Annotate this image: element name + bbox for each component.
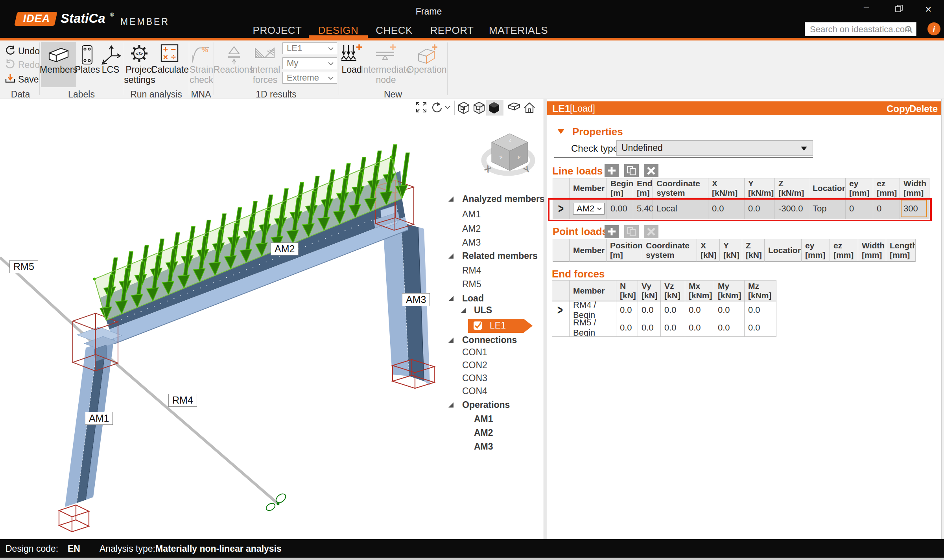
tab-report[interactable]: REPORT [430, 24, 474, 37]
group-1d-results: 1D results [256, 89, 297, 100]
checkbox-checked[interactable] [474, 321, 482, 330]
table-row[interactable]: >RM4 / Begin0.00.00.00.00.00.0 [552, 301, 776, 319]
calculate-icon[interactable]: +−×÷ [160, 44, 179, 62]
extreme-dropdown[interactable]: Extreme [282, 72, 337, 84]
orientation-cube[interactable]: x y z X Y [483, 134, 533, 175]
member-rm4-line[interactable] [108, 357, 278, 504]
clip-view-icon[interactable] [507, 101, 521, 113]
tree-item-rm4[interactable]: RM4 [462, 265, 481, 277]
tree-collapse-icon[interactable] [448, 338, 454, 343]
tree-item-rm5[interactable]: RM5 [462, 279, 481, 291]
tree-collapse-icon[interactable] [448, 402, 454, 408]
copy-button[interactable]: Copy [887, 103, 910, 114]
minimize-button[interactable]: – [864, 1, 869, 12]
delete-button[interactable]: Delete [909, 103, 938, 114]
line-loads-title: Line loads [552, 165, 603, 177]
table-row[interactable]: RM5 / Begin0.00.00.00.00.00.0 [552, 319, 776, 337]
tab-materials[interactable]: MATERIALS [489, 24, 548, 37]
panel-scrollbar[interactable] [941, 99, 944, 539]
tab-design[interactable]: DESIGN [318, 24, 359, 37]
table-cell: RM4 / Begin [570, 301, 616, 319]
tree-item-related-members[interactable]: Related members [462, 251, 538, 263]
svg-text:</>: </> [136, 51, 143, 57]
scene-3d: x y z X Y [0, 99, 544, 539]
restore-button[interactable] [895, 5, 903, 13]
properties-collapse-icon[interactable] [557, 129, 564, 134]
info-button[interactable]: i [927, 22, 940, 35]
tree-item-am3[interactable]: AM3 [474, 441, 493, 453]
tree-item-con2[interactable]: CON2 [462, 360, 487, 372]
point-loads-table: MemberPosition[m]CoordinatesystemX[kN]Y[… [553, 239, 916, 262]
check-type-dropdown[interactable]: Undefined [616, 140, 813, 156]
analysis-type-label: Analysis type: [100, 543, 155, 554]
tree-item-am1[interactable]: AM1 [462, 209, 481, 221]
column-header: Vz[kN] [661, 280, 685, 301]
column-header: Location [809, 178, 846, 198]
project-settings-icon[interactable]: </> [130, 44, 149, 63]
close-button[interactable]: × [925, 3, 931, 16]
column-header: Y[kN/m] [745, 178, 775, 198]
view-solid-icon[interactable] [488, 101, 500, 115]
idea-logo-text: IDEA [20, 13, 53, 25]
tree-item-con3[interactable]: CON3 [462, 373, 487, 385]
tree-item-uls[interactable]: ULS [474, 305, 492, 317]
line-loads-delete-button[interactable] [644, 164, 658, 177]
tab-check[interactable]: CHECK [376, 24, 413, 37]
tree-collapse-icon[interactable] [448, 253, 454, 259]
tree-item-operations[interactable]: Operations [462, 400, 510, 411]
calculate-label[interactable]: Calculate [151, 64, 189, 75]
tree-collapse-icon[interactable] [461, 308, 466, 313]
tree-item-con4[interactable]: CON4 [462, 386, 487, 398]
group-mna: MNA [191, 89, 211, 100]
tree-item-load[interactable]: Load [462, 293, 484, 305]
design-code-value: EN [68, 543, 80, 554]
tree-item-connections[interactable]: Connections [462, 335, 517, 347]
lcs-icon[interactable] [100, 44, 122, 65]
taskbar-strip [0, 558, 944, 560]
tree-collapse-icon[interactable] [448, 196, 454, 202]
product-name: MEMBER [120, 17, 170, 27]
row-expander[interactable]: > [557, 302, 563, 318]
save-icon[interactable] [5, 73, 16, 84]
group-data: Data [11, 89, 30, 100]
window-title: Frame [393, 6, 464, 17]
column-header: Vy[kN] [638, 280, 661, 301]
view-wireframe-icon[interactable] [457, 101, 470, 115]
line-loads-add-button[interactable] [605, 164, 619, 177]
load-case-dropdown[interactable]: LE1 [282, 42, 337, 54]
zoom-extents-icon[interactable] [415, 101, 427, 113]
load-icon[interactable] [341, 44, 363, 65]
line-loads-copy-button[interactable] [624, 164, 639, 177]
view-shaded-icon[interactable] [473, 101, 485, 115]
tree-item-con1[interactable]: CON1 [462, 347, 487, 359]
tree-item-le1-selected[interactable]: LE1 [468, 319, 533, 333]
home-view-icon[interactable] [523, 101, 536, 114]
rotate-view-icon[interactable] [430, 101, 443, 114]
members-icon [48, 46, 70, 64]
undo-icon[interactable] [5, 45, 16, 56]
project-settings-label[interactable]: Project settings [124, 64, 155, 85]
tree-item-am2[interactable]: AM2 [474, 428, 493, 439]
tree-collapse-icon[interactable] [448, 296, 454, 301]
tree-item-am2[interactable]: AM2 [462, 224, 481, 235]
group-run-analysis: Run analysis [130, 89, 182, 100]
tree-item-analyzed-members[interactable]: Analyzed members [462, 194, 545, 206]
result-component-dropdown[interactable]: My [282, 57, 337, 69]
save-button[interactable]: Save [18, 74, 39, 85]
column-header: Location [765, 239, 802, 262]
rotate-dropdown-icon[interactable] [444, 105, 451, 109]
tab-project[interactable]: PROJECT [253, 24, 302, 37]
column-header: Position[m] [607, 239, 642, 262]
viewport-3d[interactable]: x y z X Y RM5 RM4 AM1 AM2 AM3 Analyzed m… [0, 99, 544, 539]
point-loads-add-button[interactable] [605, 225, 619, 238]
panel-divider[interactable] [544, 99, 547, 539]
load-button-label[interactable]: Load [341, 64, 361, 75]
lcs-label: LCS [102, 64, 120, 75]
search-input[interactable]: Search on ideastatica.com [805, 22, 916, 36]
operation-icon [415, 44, 438, 65]
tree-item-am3[interactable]: AM3 [462, 237, 481, 249]
tree-item-am1[interactable]: AM1 [474, 414, 493, 426]
undo-button[interactable]: Undo [18, 46, 40, 57]
plates-icon[interactable] [81, 45, 93, 65]
table-cell: 0.0 [661, 319, 685, 337]
